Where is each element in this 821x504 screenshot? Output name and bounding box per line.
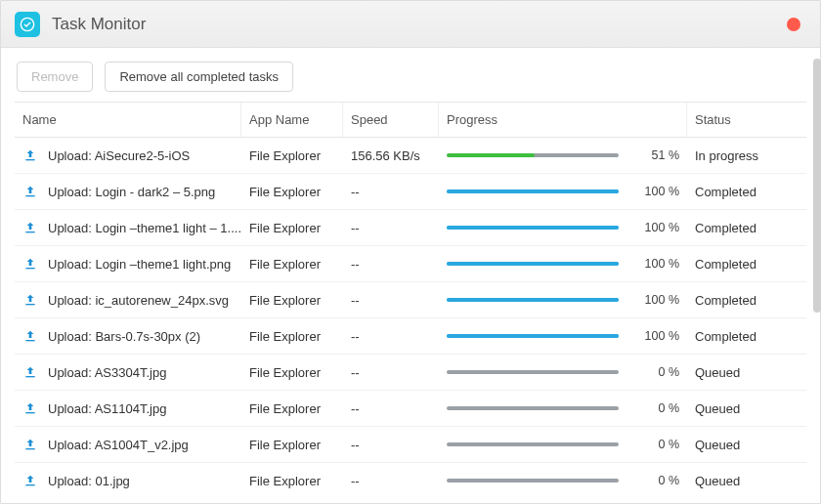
progress-bar: [447, 442, 619, 446]
progress-cell: 0 %: [439, 401, 687, 415]
col-header-name[interactable]: Name: [15, 103, 241, 137]
upload-icon: [22, 364, 38, 380]
progress-bar: [447, 334, 619, 338]
status-cell: In progress: [687, 148, 806, 163]
task-name: Upload: Login - dark2 – 5.png: [48, 185, 215, 199]
progress-cell: 100 %: [439, 329, 687, 343]
scrollbar-track[interactable]: [813, 59, 821, 490]
status-cell: Completed: [687, 257, 806, 272]
status-cell: Queued: [687, 438, 806, 452]
remove-all-completed-button[interactable]: Remove all completed tasks: [105, 62, 293, 92]
task-monitor-window: Task Monitor Remove Remove all completed…: [0, 0, 821, 504]
checkmark-circle-icon: [20, 17, 35, 32]
table-row[interactable]: Upload: AS1104T.jpgFile Explorer--0 %Que…: [15, 391, 806, 427]
svg-rect-10: [25, 484, 34, 485]
close-button[interactable]: [787, 18, 800, 31]
progress-percent: 0 %: [632, 438, 679, 451]
progress-percent: 100 %: [632, 221, 679, 234]
col-header-status[interactable]: Status: [687, 103, 806, 137]
speed-cell: --: [343, 401, 439, 416]
table-row[interactable]: Upload: Login - dark2 – 5.pngFile Explor…: [15, 174, 806, 210]
status-cell: Queued: [687, 401, 806, 416]
upload-icon: [22, 473, 38, 488]
app-name-cell: File Explorer: [241, 474, 343, 488]
task-name: Upload: Login –theme1 light.png: [48, 257, 231, 272]
table-row[interactable]: Upload: AS1004T_v2.jpgFile Explorer--0 %…: [15, 427, 806, 463]
name-cell: Upload: AS3304T.jpg: [15, 364, 241, 380]
progress-bar: [447, 189, 619, 193]
titlebar: Task Monitor: [1, 1, 820, 48]
upload-icon: [22, 437, 38, 452]
table-row[interactable]: Upload: 01.jpgFile Explorer--0 %Queued: [15, 463, 806, 489]
progress-cell: 0 %: [439, 438, 687, 451]
upload-icon: [22, 184, 38, 199]
progress-bar-fill: [447, 262, 619, 266]
speed-cell: --: [343, 329, 439, 344]
app-name-cell: File Explorer: [241, 365, 343, 380]
app-name-cell: File Explorer: [241, 257, 343, 272]
app-name-cell: File Explorer: [241, 185, 343, 199]
task-name: Upload: 01.jpg: [48, 474, 130, 488]
col-header-speed[interactable]: Speed: [343, 103, 439, 137]
upload-icon: [22, 147, 38, 163]
svg-rect-7: [25, 376, 34, 377]
table-row[interactable]: Upload: AiSecure2-5-iOSFile Explorer156.…: [15, 138, 806, 174]
progress-bar-fill: [447, 298, 619, 302]
status-cell: Completed: [687, 329, 806, 344]
progress-bar: [447, 370, 619, 374]
task-name: Upload: AS1004T_v2.jpg: [48, 438, 189, 452]
app-name-cell: File Explorer: [241, 401, 343, 416]
progress-cell: 0 %: [439, 365, 687, 379]
name-cell: Upload: Login –theme1 light.png: [15, 256, 241, 272]
speed-cell: --: [343, 257, 439, 272]
name-cell: Upload: Login - dark2 – 5.png: [15, 184, 241, 199]
speed-cell: --: [343, 293, 439, 308]
svg-rect-2: [25, 195, 34, 196]
task-name: Upload: ic_autorenew_24px.svg: [48, 293, 229, 308]
upload-icon: [22, 400, 38, 416]
toolbar: Remove Remove all completed tasks: [1, 48, 820, 102]
svg-rect-1: [25, 159, 34, 160]
svg-rect-9: [25, 448, 34, 449]
name-cell: Upload: ic_autorenew_24px.svg: [15, 292, 241, 308]
table-row[interactable]: Upload: Login –theme1 light – 1....File …: [15, 210, 806, 246]
speed-cell: --: [343, 365, 439, 380]
status-cell: Completed: [687, 185, 806, 199]
progress-cell: 100 %: [439, 293, 687, 307]
scrollbar-thumb[interactable]: [813, 59, 821, 313]
progress-bar: [447, 406, 619, 410]
col-header-progress[interactable]: Progress: [439, 103, 687, 137]
upload-icon: [22, 220, 38, 235]
progress-bar-fill: [447, 226, 619, 230]
table-row[interactable]: Upload: AS3304T.jpgFile Explorer--0 %Que…: [15, 355, 806, 391]
table-row[interactable]: Upload: Bars-0.7s-30px (2)File Explorer-…: [15, 318, 806, 355]
task-name: Upload: AS1104T.jpg: [48, 401, 166, 416]
status-cell: Completed: [687, 221, 806, 235]
app-name-cell: File Explorer: [241, 148, 343, 163]
upload-icon: [22, 328, 38, 344]
window-title: Task Monitor: [52, 15, 787, 34]
upload-icon: [22, 292, 38, 308]
progress-cell: 100 %: [439, 221, 687, 234]
progress-percent: 100 %: [632, 293, 679, 307]
table-row[interactable]: Upload: Login –theme1 light.pngFile Expl…: [15, 246, 806, 282]
progress-cell: 0 %: [439, 474, 687, 487]
name-cell: Upload: Login –theme1 light – 1....: [15, 220, 241, 235]
app-name-cell: File Explorer: [241, 329, 343, 344]
progress-cell: 51 %: [439, 148, 687, 162]
grid-rows[interactable]: Upload: AiSecure2-5-iOSFile Explorer156.…: [15, 138, 806, 489]
progress-percent: 51 %: [632, 148, 679, 162]
speed-cell: --: [343, 185, 439, 199]
name-cell: Upload: Bars-0.7s-30px (2): [15, 328, 241, 344]
app-name-cell: File Explorer: [241, 293, 343, 308]
speed-cell: --: [343, 438, 439, 452]
progress-bar: [447, 298, 619, 302]
table-row[interactable]: Upload: ic_autorenew_24px.svgFile Explor…: [15, 282, 806, 318]
task-name: Upload: AS3304T.jpg: [48, 365, 166, 380]
col-header-appname[interactable]: App Name: [241, 103, 343, 137]
progress-percent: 100 %: [632, 329, 679, 343]
svg-rect-4: [25, 268, 34, 269]
remove-button[interactable]: Remove: [17, 62, 93, 92]
task-name: Upload: Login –theme1 light – 1....: [48, 221, 241, 235]
speed-cell: --: [343, 474, 439, 488]
